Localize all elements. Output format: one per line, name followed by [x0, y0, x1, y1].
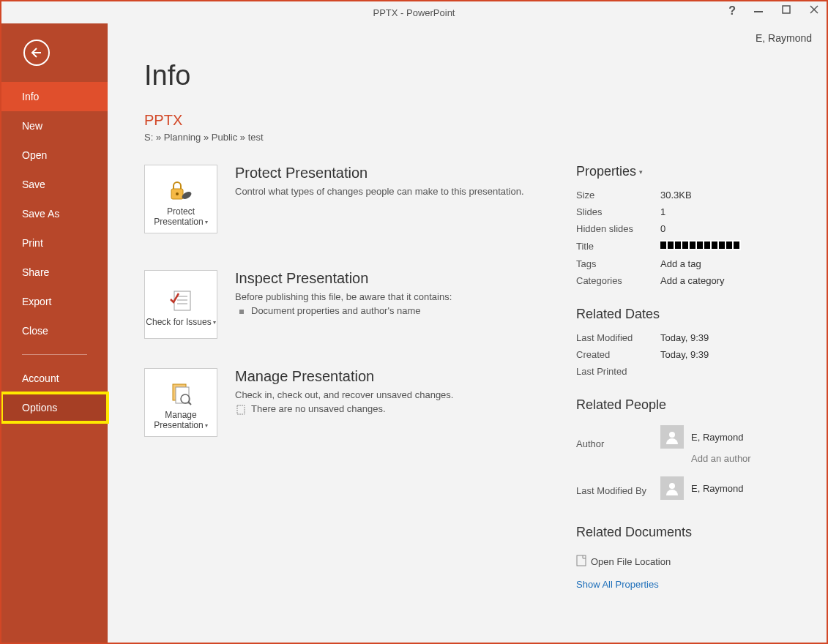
main-panel: Info PPTX S: » Planning » Public » test	[108, 23, 827, 643]
sidebar-item-export[interactable]: Export	[1, 287, 108, 316]
nav-label: Open	[22, 149, 47, 161]
properties-table: Size30.3KB Slides1 Hidden slides0 Title …	[576, 187, 809, 289]
sidebar-item-print[interactable]: Print	[1, 228, 108, 258]
manage-presentation-button[interactable]: Manage Presentation▾	[144, 368, 217, 437]
restore-button[interactable]	[781, 4, 791, 18]
lastmod-person[interactable]: E, Raymond	[660, 474, 809, 500]
nav-label: Share	[22, 266, 49, 278]
nav-label: Account	[22, 372, 59, 384]
properties-panel: Properties ▾ Size30.3KB Slides1 Hidden s…	[576, 60, 827, 643]
prop-value: 0	[660, 220, 809, 237]
tile-label: Check for Issues	[146, 317, 211, 327]
author-person[interactable]: E, Raymond	[660, 423, 809, 449]
related-docs-heading: Related Documents	[576, 525, 692, 540]
prop-value-title[interactable]	[660, 237, 809, 255]
lock-icon	[168, 176, 193, 205]
svg-point-18	[669, 483, 675, 489]
date-key: Last Modified	[576, 329, 660, 346]
author-name: E, Raymond	[691, 432, 744, 443]
prop-key: Hidden slides	[576, 220, 660, 237]
author-key: Author	[576, 420, 660, 467]
add-author[interactable]: Add an author	[660, 453, 809, 464]
prop-key: Title	[576, 237, 660, 255]
date-value	[660, 363, 809, 380]
lastmod-name: E, Raymond	[691, 483, 744, 494]
sidebar-item-share[interactable]: Share	[1, 258, 108, 287]
svg-point-6	[176, 192, 179, 195]
sidebar-divider	[22, 354, 87, 355]
nav-label: Print	[22, 237, 43, 249]
sidebar-item-account[interactable]: Account	[1, 364, 108, 393]
add-tag[interactable]: Add a tag	[660, 255, 809, 272]
svg-rect-19	[577, 555, 586, 566]
redacted-title	[660, 240, 741, 250]
nav-label: Close	[22, 325, 48, 337]
prop-key: Size	[576, 187, 660, 203]
prop-value: 30.3KB	[660, 187, 809, 203]
properties-head-label: Properties	[576, 164, 636, 179]
check-for-issues-button[interactable]: Check for Issues▾	[144, 270, 217, 339]
sidebar-item-close[interactable]: Close	[1, 316, 108, 345]
prop-value: 1	[660, 203, 809, 220]
protect-section: Protect Presentation▾ Protect Presentati…	[144, 165, 576, 233]
section-title: Inspect Presentation	[235, 270, 576, 287]
sidebar-item-saveas[interactable]: Save As	[1, 199, 108, 228]
prop-key: Categories	[576, 272, 660, 289]
nav-label: New	[22, 120, 42, 132]
file-icon	[576, 555, 586, 569]
section-title: Protect Presentation	[235, 165, 576, 181]
sidebar-item-options[interactable]: Options	[1, 393, 108, 422]
open-file-location[interactable]: Open File Location	[576, 555, 809, 569]
backstage-sidebar: Info New Open Save Save As Print Share E…	[1, 23, 108, 643]
help-icon[interactable]: ?	[728, 4, 736, 18]
documents-icon	[168, 379, 193, 408]
section-title: Manage Presentation	[235, 368, 576, 385]
avatar-icon	[660, 425, 684, 449]
inspect-bullet: Document properties and author's name	[235, 305, 576, 316]
nav-label: Save As	[22, 208, 59, 220]
dates-table: Last ModifiedToday, 9:39 CreatedToday, 9…	[576, 329, 809, 380]
window-controls: ?	[728, 4, 819, 18]
lastmod-key: Last Modified By	[576, 467, 660, 507]
add-category[interactable]: Add a category	[660, 272, 809, 289]
sidebar-item-new[interactable]: New	[1, 111, 108, 141]
checklist-icon	[168, 286, 193, 315]
date-value: Today, 9:39	[660, 346, 809, 363]
protect-presentation-button[interactable]: Protect Presentation▾	[144, 165, 217, 233]
close-button[interactable]	[809, 4, 819, 18]
info-left-column: Info PPTX S: » Planning » Public » test	[144, 60, 576, 643]
nav-label: Options	[22, 402, 57, 413]
manage-section: Manage Presentation▾ Manage Presentation…	[144, 368, 576, 437]
doc-name: PPTX	[144, 112, 576, 129]
unsaved-line: There are no unsaved changes.	[235, 403, 576, 414]
date-value: Today, 9:39	[660, 329, 809, 346]
people-table: Author E, Raymond Add an author	[576, 420, 809, 507]
tile-label: Manage Presentation	[154, 410, 203, 430]
svg-rect-16	[237, 405, 245, 414]
date-key: Last Printed	[576, 363, 660, 380]
open-file-location-label: Open File Location	[591, 556, 671, 567]
document-icon	[236, 405, 245, 417]
back-button[interactable]	[23, 40, 50, 66]
app-title: PPTX - PowerPoint	[373, 7, 455, 18]
show-all-properties[interactable]: Show All Properties	[576, 579, 809, 590]
nav-label: Export	[22, 296, 51, 307]
sidebar-item-info[interactable]: Info	[1, 82, 108, 111]
sidebar-item-open[interactable]: Open	[1, 141, 108, 170]
properties-heading[interactable]: Properties ▾	[576, 164, 643, 179]
sidebar-item-save[interactable]: Save	[1, 170, 108, 199]
chevron-down-icon: ▾	[639, 168, 643, 176]
unsaved-text: There are no unsaved changes.	[251, 403, 386, 414]
chevron-down-icon: ▾	[205, 422, 208, 430]
section-desc: Control what types of changes people can…	[235, 186, 576, 197]
minimize-button[interactable]	[753, 4, 764, 18]
prop-key: Slides	[576, 203, 660, 220]
svg-point-17	[669, 432, 675, 438]
inspect-section: Check for Issues▾ Inspect Presentation B…	[144, 270, 576, 339]
nav-label: Info	[22, 91, 39, 102]
doc-path[interactable]: S: » Planning » Public » test	[144, 132, 576, 143]
title-bar: PPTX - PowerPoint ?	[1, 1, 827, 23]
tile-label: Protect Presentation	[154, 206, 203, 227]
backstage-view: PPTX - PowerPoint ? E, Raymond	[0, 0, 828, 644]
svg-rect-8	[174, 291, 190, 310]
